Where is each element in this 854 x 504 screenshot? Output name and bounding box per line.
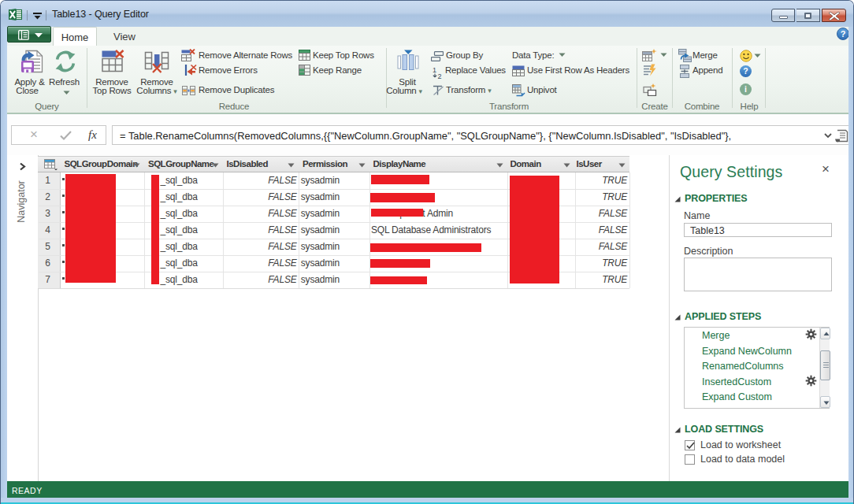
svg-text:2: 2 bbox=[438, 72, 442, 80]
svg-text:1: 1 bbox=[433, 66, 436, 74]
